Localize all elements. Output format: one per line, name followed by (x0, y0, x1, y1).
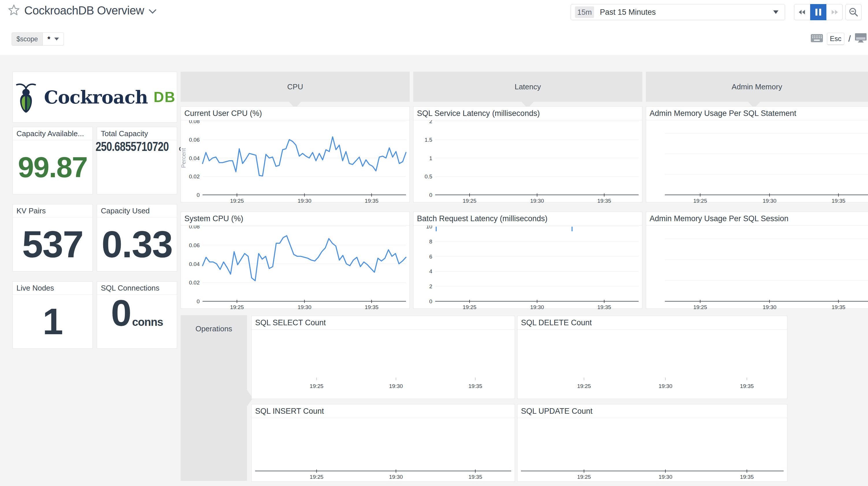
chart-plot-sql-insert-count[interactable]: 19:2519:3019:35 (252, 418, 515, 482)
chart-title: SQL INSERT Count (252, 404, 515, 418)
stat-value: 250.6855710720 (95, 140, 168, 153)
svg-text:19:30: 19:30 (763, 198, 776, 203)
chart-title: Batch Request Latency (milliseconds) (413, 212, 642, 226)
svg-text:1: 1 (429, 155, 432, 161)
dashboard-title-row: CockroachDB Overview (8, 4, 156, 17)
chart-card-admin-memory-statement: Admin Memory Usage Per SQL Statement 19:… (646, 106, 868, 202)
stat-card-capacity-available: Capacity Available... 99.87 (12, 127, 93, 194)
scope-value: * (48, 35, 50, 44)
group-label: Operations (181, 324, 247, 333)
stat-value: 537 (22, 226, 83, 263)
chart-title: Admin Memory Usage Per SQL Session (646, 212, 868, 226)
svg-text:19:30: 19:30 (389, 383, 403, 389)
chart-card-sql-update-count: SQL UPDATE Count 19:2519:3019:35 (517, 404, 787, 482)
svg-text:4: 4 (429, 268, 432, 275)
time-range-picker[interactable]: 15m Past 15 Minutes (571, 4, 785, 20)
svg-text:0.04: 0.04 (189, 155, 200, 161)
svg-text:19:35: 19:35 (597, 198, 611, 203)
svg-text:0.5: 0.5 (425, 173, 432, 179)
group-header-latency[interactable]: Latency (413, 72, 642, 102)
stat-unit: conns (132, 316, 163, 328)
tv-mode-icon[interactable] (855, 33, 867, 44)
chart-card-current-user-cpu: Current User CPU (%) 00.020.040.060.0819… (181, 106, 410, 202)
svg-text:19:25: 19:25 (230, 304, 244, 309)
svg-text:0: 0 (196, 192, 200, 198)
chart-plot-admin-memory-session[interactable]: 19:2519:3019:35 (646, 226, 868, 309)
zoom-out-button[interactable] (845, 4, 862, 20)
group-header-admin-memory[interactable]: Admin Memory (646, 72, 868, 102)
playback-controls (794, 4, 843, 20)
chart-card-sql-insert-count: SQL INSERT Count 19:2519:3019:35 (251, 404, 515, 482)
svg-text:10: 10 (426, 226, 432, 230)
chart-title: Admin Memory Usage Per SQL Statement (646, 107, 868, 120)
template-variable-scope[interactable]: $scope * (11, 32, 64, 46)
svg-text:1.5: 1.5 (425, 137, 432, 143)
stat-card-sql-connections: SQL Connections 0 conns (97, 281, 177, 349)
rewind-button[interactable] (794, 4, 810, 20)
svg-text:0: 0 (429, 192, 432, 198)
group-label: Admin Memory (732, 82, 782, 91)
svg-text:19:30: 19:30 (530, 198, 544, 203)
chart-plot-batch-request-latency[interactable]: 024681019:2519:3019:35 (413, 226, 642, 309)
group-label: Latency (515, 82, 541, 91)
chart-card-sql-delete-count: SQL DELETE Count 19:2519:3019:35 (517, 316, 787, 399)
stat-card-live-nodes: Live Nodes 1 (12, 281, 93, 349)
chart-plot-current-user-cpu[interactable]: 00.020.040.060.0819:2519:3019:35Percent (181, 120, 409, 203)
chart-card-sql-select-count: SQL SELECT Count 19:2519:3019:35 (251, 316, 515, 399)
scope-value-dropdown[interactable]: * (43, 33, 64, 46)
svg-text:19:30: 19:30 (658, 383, 672, 389)
svg-text:19:25: 19:25 (693, 304, 707, 309)
svg-text:19:35: 19:35 (740, 474, 754, 480)
stat-card-kv-pairs: KV Pairs 537 (12, 204, 93, 271)
svg-text:19:35: 19:35 (365, 198, 378, 203)
pause-icon (815, 8, 822, 16)
group-label: CPU (287, 82, 303, 91)
stat-value: 1 (42, 303, 62, 340)
chart-card-sql-service-latency: SQL Service Latency (milliseconds) 00.51… (413, 106, 642, 202)
title-menu-chevron-icon[interactable] (149, 9, 156, 15)
svg-text:19:25: 19:25 (230, 198, 244, 203)
svg-text:19:35: 19:35 (832, 198, 845, 203)
svg-text:19:35: 19:35 (832, 304, 845, 309)
dashboard-page: CockroachDB Overview 15m Past 15 Minutes… (0, 0, 868, 486)
svg-text:19:30: 19:30 (298, 198, 311, 203)
chart-plot-sql-delete-count[interactable]: 19:2519:3019:35 (518, 330, 787, 399)
chart-title: System CPU (%) (181, 212, 409, 226)
chart-plot-admin-memory-statement[interactable]: 19:2519:3019:35 (646, 120, 868, 203)
svg-text:0.04: 0.04 (189, 261, 200, 267)
scope-caret-icon (54, 37, 59, 40)
stat-card-total-capacity: Total Capacity 250.6855710720 GB (97, 127, 177, 194)
svg-text:0.02: 0.02 (189, 173, 200, 179)
group-header-operations[interactable]: Operations (181, 315, 247, 481)
group-header-cpu[interactable]: CPU (181, 72, 410, 102)
cockroachdb-logo-card: Cockroach DB (12, 72, 177, 122)
logo-wordmark: Cockroach (44, 87, 148, 108)
chart-title: SQL DELETE Count (518, 316, 787, 330)
chart-plot-system-cpu[interactable]: 00.020.040.060.0819:2519:3019:35 (181, 226, 409, 309)
svg-text:8: 8 (429, 238, 432, 245)
svg-text:19:30: 19:30 (530, 304, 544, 309)
slash-separator: / (848, 34, 851, 44)
svg-text:19:25: 19:25 (577, 474, 591, 480)
svg-text:2: 2 (429, 283, 432, 289)
favorite-star-icon[interactable] (8, 4, 20, 17)
svg-text:19:30: 19:30 (763, 304, 776, 309)
svg-text:19:30: 19:30 (658, 474, 672, 480)
stat-title: SQL Connections (97, 282, 177, 295)
svg-text:19:25: 19:25 (463, 304, 476, 309)
chart-plot-sql-select-count[interactable]: 19:2519:3019:35 (252, 330, 515, 399)
svg-text:19:25: 19:25 (310, 474, 323, 480)
keyboard-icon (811, 34, 823, 44)
rewind-icon (798, 7, 807, 17)
fast-forward-button[interactable] (827, 4, 843, 20)
pause-button[interactable] (810, 4, 827, 20)
stat-title: KV Pairs (13, 204, 92, 218)
chart-plot-sql-update-count[interactable]: 19:2519:3019:35 (518, 418, 787, 482)
chart-card-system-cpu: System CPU (%) 00.020.040.060.0819:2519:… (181, 211, 410, 309)
scope-variable-label: $scope (12, 33, 43, 46)
svg-text:0: 0 (429, 298, 432, 305)
chart-card-batch-request-latency: Batch Request Latency (milliseconds) 024… (413, 211, 642, 309)
chart-plot-sql-service-latency[interactable]: 00.511.5219:2519:3019:35 (413, 120, 642, 203)
svg-text:0.02: 0.02 (189, 280, 200, 286)
svg-text:Percent: Percent (181, 148, 187, 168)
